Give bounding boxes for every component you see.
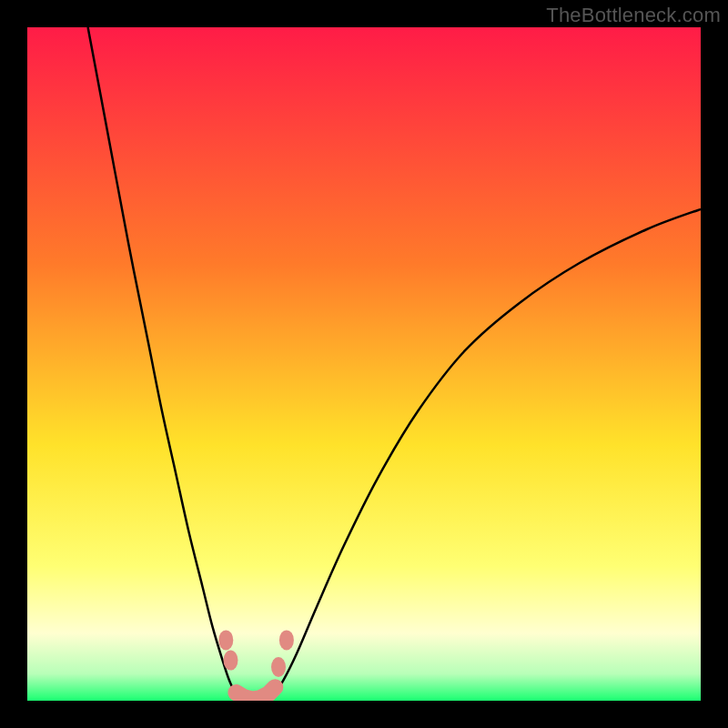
chart-frame: TheBottleneck.com <box>0 0 728 728</box>
bottom-marker-path <box>236 687 275 699</box>
curve-layer <box>27 27 701 701</box>
bottleneck-curve-left <box>88 27 243 701</box>
data-marker <box>271 657 286 677</box>
bottleneck-curve-right <box>269 209 701 701</box>
data-marker <box>218 630 233 650</box>
plot-area <box>27 27 701 701</box>
attribution-label: TheBottleneck.com <box>546 4 721 27</box>
data-marker <box>279 630 294 650</box>
marker-group <box>218 630 294 699</box>
data-marker <box>223 651 238 671</box>
